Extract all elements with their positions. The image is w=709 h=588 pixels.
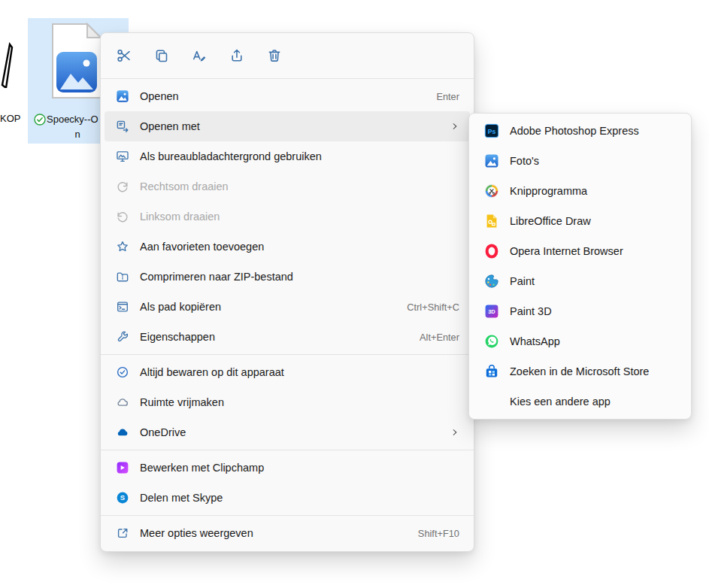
menu-item-label: Als bureaubladachtergrond gebruiken [140,150,459,162]
photoshop-express-icon: Ps [484,123,499,138]
share-icon [229,48,244,63]
partial-desktop-icon[interactable] [0,41,14,91]
cut-icon [117,48,132,63]
whatsapp-icon [484,334,499,349]
copy-path-icon [115,299,130,314]
photos-app-icon [115,89,130,104]
menu-item-open[interactable]: Openen Enter [105,81,470,111]
submenu-item-label: Paint 3D [510,305,552,317]
skype-icon: S [115,490,130,505]
chevron-right-icon [450,122,459,131]
menu-item-label: Openen met [140,120,441,132]
submenu-item-label: Opera Internet Browser [510,245,623,257]
properties-wrench-icon [115,329,130,344]
clipchamp-icon [115,460,130,475]
menu-item-label: Eigenschappen [140,331,411,343]
rename-button[interactable] [186,42,213,69]
menu-item-label: Meer opties weergeven [140,527,409,539]
submenu-item-libreoffice-draw[interactable]: LibreOffice Draw [472,206,688,236]
image-file-icon[interactable] [45,22,108,103]
onedrive-synced-badge-icon [34,114,46,129]
menu-item-label: Aan favorieten toevoegen [140,241,459,253]
svg-text:3D: 3D [488,308,495,315]
menu-separator [101,354,474,355]
free-up-space-cloud-icon [115,395,130,410]
submenu-item-opera[interactable]: Opera Internet Browser [472,236,688,266]
libreoffice-draw-icon [484,214,499,229]
menu-item-always-keep-on-device[interactable]: Altijd bewaren op dit apparaat [105,357,470,387]
submenu-item-label: Adobe Photoshop Express [510,125,639,137]
menu-separator [101,450,474,450]
menu-item-shortcut: Ctrl+Shift+C [407,302,459,313]
empty-icon-slot [484,394,499,409]
menu-item-label: Ruimte vrijmaken [140,396,459,408]
rotate-right-icon [115,179,130,194]
menu-item-compress-zip[interactable]: Comprimeren naar ZIP-bestand [105,262,470,292]
menu-item-free-up-space[interactable]: Ruimte vrijmaken [105,387,470,417]
menu-item-add-to-favorites[interactable]: Aan favorieten toevoegen [105,232,470,262]
rename-icon [192,48,207,63]
submenu-item-paint-3d[interactable]: 3D Paint 3D [472,296,688,326]
menu-item-share-with-skype[interactable]: S Delen met Skype [105,483,470,513]
menu-item-show-more-options[interactable]: Meer opties weergeven Shift+F10 [105,518,470,548]
file-name-line1[interactable]: Spoecky--O [47,114,98,125]
delete-button[interactable] [261,42,288,69]
quick-actions-toolbar [101,33,474,78]
submenu-item-label: Foto's [510,155,539,167]
submenu-item-microsoft-store[interactable]: Zoeken in de Microsoft Store [472,356,688,386]
submenu-item-photoshop-express[interactable]: Ps Adobe Photoshop Express [472,116,688,146]
file-name-line2[interactable]: n [47,129,108,140]
submenu-item-whatsapp[interactable]: WhatsApp [472,326,688,356]
microsoft-store-icon [484,364,499,379]
opera-icon [484,244,499,259]
copy-button[interactable] [148,42,175,69]
menu-separator [101,515,474,516]
share-button[interactable] [223,42,250,69]
menu-item-shortcut: Shift+F10 [418,528,459,539]
desktop-background-icon [115,149,130,164]
submenu-item-paint[interactable]: Paint [472,266,688,296]
star-icon [115,239,130,254]
submenu-item-choose-another-app[interactable]: Kies een andere app [472,386,688,417]
menu-item-label: Linksom draaien [140,211,459,223]
rotate-left-icon [115,209,130,224]
zip-folder-icon [115,269,130,284]
open-with-submenu: Ps Adobe Photoshop Express Foto's Knippr… [468,113,692,420]
menu-item-properties[interactable]: Eigenschappen Alt+Enter [105,322,470,352]
chevron-right-icon [450,428,459,437]
menu-item-shortcut: Enter [436,91,459,102]
open-with-icon [115,119,130,134]
desktop-icon-label-partial[interactable]: KOP [0,113,20,124]
submenu-item-label: Zoeken in de Microsoft Store [510,365,649,377]
paint-3d-icon: 3D [484,304,499,319]
menu-item-label: Altijd bewaren op dit apparaat [140,366,459,378]
menu-item-label: Delen met Skype [140,492,459,504]
menu-item-rotate-left[interactable]: Linksom draaien [105,202,470,232]
photos-app-icon [484,153,499,168]
menu-item-label: Rechtsom draaien [140,180,459,192]
context-menu: Openen Enter Openen met Als bureaubladac… [100,32,474,552]
submenu-item-label: Kies een andere app [510,396,611,408]
submenu-item-knipprogramma[interactable]: Knipprogramma [472,176,688,206]
submenu-item-label: Knipprogramma [510,185,587,197]
menu-item-shortcut: Alt+Enter [420,332,459,343]
paint-icon [484,274,499,289]
menu-item-label: Openen [140,90,427,102]
onedrive-cloud-icon [115,425,130,440]
menu-item-label: OneDrive [140,426,441,438]
delete-icon [267,48,282,63]
menu-item-label: Comprimeren naar ZIP-bestand [140,271,459,283]
menu-item-open-with[interactable]: Openen met [105,111,470,141]
submenu-item-fotos[interactable]: Foto's [472,146,688,176]
copy-icon [154,48,169,63]
submenu-item-label: WhatsApp [510,335,560,347]
cut-button[interactable] [111,42,138,69]
menu-item-rotate-right[interactable]: Rechtsom draaien [105,171,470,202]
menu-item-onedrive[interactable]: OneDrive [105,417,470,447]
submenu-item-label: LibreOffice Draw [510,215,591,227]
menu-item-edit-with-clipchamp[interactable]: Bewerken met Clipchamp [105,453,470,483]
more-options-icon [115,526,130,541]
menu-item-label: Bewerken met Clipchamp [140,462,459,474]
menu-item-set-as-background[interactable]: Als bureaubladachtergrond gebruiken [105,141,470,171]
menu-item-copy-as-path[interactable]: Als pad kopiëren Ctrl+Shift+C [105,292,470,322]
